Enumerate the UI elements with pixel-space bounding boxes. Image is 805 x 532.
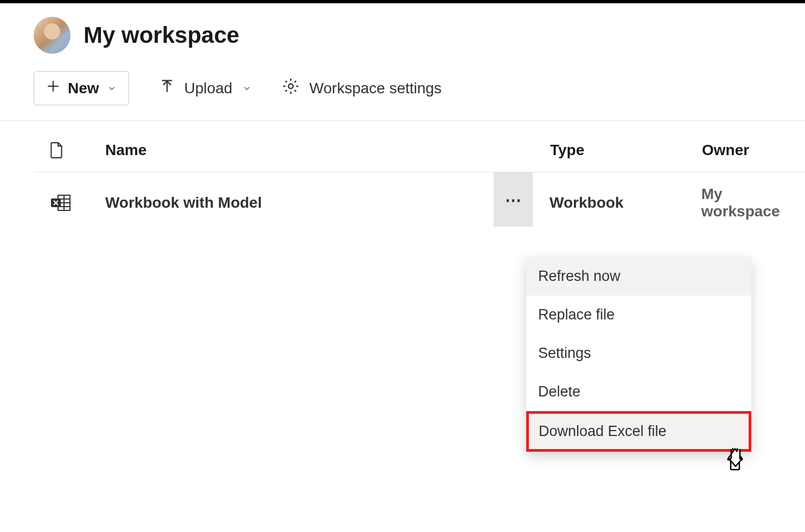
menu-item-settings[interactable]: Settings [526, 334, 751, 373]
row-owner: My workspace [701, 185, 805, 220]
row-type: Workbook [550, 194, 701, 211]
gear-icon [282, 78, 299, 99]
page-title: My workspace [84, 22, 239, 48]
settings-label: Workspace settings [309, 80, 442, 97]
context-menu: Refresh now Replace file Settings Delete… [526, 257, 751, 452]
more-dots-icon: ⋯ [505, 190, 521, 209]
chevron-down-icon [107, 80, 117, 97]
workspace-settings-button[interactable]: Workspace settings [282, 78, 442, 99]
svg-point-4 [289, 84, 293, 89]
plus-icon [46, 79, 60, 97]
column-name[interactable]: Name [105, 142, 550, 159]
upload-label: Upload [184, 80, 233, 97]
menu-item-replace[interactable]: Replace file [526, 296, 751, 334]
cursor-icon [725, 445, 746, 471]
file-icon-header [34, 142, 105, 159]
menu-item-download-excel[interactable]: Download Excel file [526, 411, 751, 452]
upload-button[interactable]: Upload [159, 79, 252, 98]
column-type[interactable]: Type [550, 142, 702, 159]
workspace-header: My workspace [0, 3, 805, 54]
new-button[interactable]: New [34, 71, 129, 105]
more-options-button[interactable]: ⋯ [494, 172, 533, 227]
row-name: Workbook with Model [105, 194, 550, 211]
upload-icon [159, 79, 175, 98]
toolbar: New Upload Workspac [0, 54, 805, 121]
column-owner[interactable]: Owner [702, 142, 749, 159]
menu-item-refresh[interactable]: Refresh now [526, 257, 751, 296]
avatar [34, 17, 71, 54]
table-row[interactable]: Workbook with Model ⋯ Workbook My worksp… [34, 172, 805, 233]
menu-item-delete[interactable]: Delete [526, 373, 751, 411]
table-header: Name Type Owner [34, 121, 805, 172]
chevron-down-icon [242, 80, 252, 97]
new-button-label: New [68, 80, 99, 97]
excel-icon [34, 194, 105, 211]
